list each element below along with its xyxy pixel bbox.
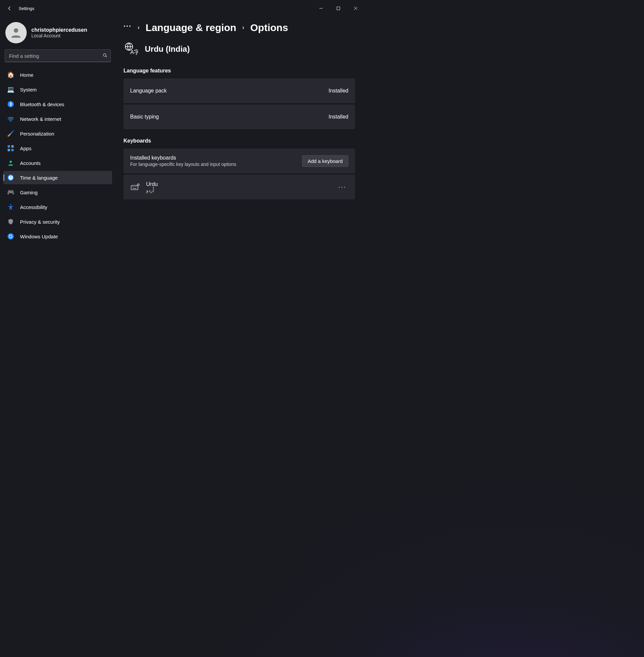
installed-keyboards-title: Installed keyboards bbox=[130, 155, 236, 161]
privacy-icon bbox=[7, 218, 15, 226]
apps-icon bbox=[7, 144, 15, 152]
basic-typing-row[interactable]: Basic typing Installed bbox=[123, 105, 355, 129]
sidebar-item-label: Accounts bbox=[20, 160, 41, 166]
svg-rect-1 bbox=[337, 7, 340, 10]
svg-rect-20 bbox=[131, 185, 138, 190]
svg-point-13 bbox=[10, 160, 12, 163]
sidebar-item-label: Accessibility bbox=[20, 204, 47, 210]
language-pack-row[interactable]: Language pack Installed bbox=[123, 79, 355, 103]
sidebar: christophpiercedusen Local Account 🏠 Hom… bbox=[0, 17, 115, 372]
section-title: Language features bbox=[123, 68, 355, 74]
sidebar-item-privacy[interactable]: Privacy & security bbox=[3, 215, 112, 228]
title-bar: Settings bbox=[0, 0, 364, 17]
svg-rect-9 bbox=[8, 145, 10, 148]
sidebar-item-label: System bbox=[20, 87, 37, 92]
time-language-icon bbox=[7, 174, 15, 182]
language-features-section: Language features Language pack Installe… bbox=[123, 68, 355, 129]
language-globe-icon: A字 bbox=[123, 42, 138, 57]
sidebar-item-label: Home bbox=[20, 72, 33, 78]
sidebar-item-update[interactable]: Windows Update bbox=[3, 230, 112, 243]
accounts-icon bbox=[7, 159, 15, 167]
home-icon: 🏠 bbox=[7, 71, 15, 79]
main-content: ··· › Language & region › Options A字 Urd… bbox=[115, 17, 364, 372]
svg-rect-12 bbox=[12, 149, 14, 151]
breadcrumb-parent[interactable]: Language & region bbox=[145, 22, 236, 33]
sidebar-item-bluetooth[interactable]: Bluetooth & devices bbox=[3, 97, 112, 111]
app-title: Settings bbox=[19, 6, 34, 11]
keyboard-row[interactable]: Urdu اُردو ··· bbox=[123, 175, 355, 199]
sidebar-item-label: Gaming bbox=[20, 190, 38, 195]
svg-point-5 bbox=[104, 53, 106, 56]
network-icon bbox=[7, 115, 15, 123]
sidebar-item-accounts[interactable]: Accounts bbox=[3, 156, 112, 170]
svg-rect-10 bbox=[12, 145, 14, 148]
svg-point-4 bbox=[14, 28, 18, 33]
minimize-button[interactable] bbox=[312, 2, 330, 14]
avatar bbox=[5, 22, 27, 43]
installed-keyboards-row: Installed keyboards For language-specifi… bbox=[123, 149, 355, 173]
keyboard-more-button[interactable]: ··· bbox=[336, 182, 348, 192]
profile-sub: Local Account bbox=[31, 33, 87, 38]
keyboard-name: Urdu bbox=[146, 181, 158, 187]
svg-point-16 bbox=[10, 204, 11, 205]
breadcrumb: ··· › Language & region › Options bbox=[123, 22, 355, 33]
sidebar-item-label: Windows Update bbox=[20, 234, 58, 239]
search-box[interactable] bbox=[5, 49, 111, 62]
svg-point-17 bbox=[8, 233, 14, 239]
keyboard-native-name: اُردو bbox=[146, 188, 158, 193]
section-title: Keyboards bbox=[123, 138, 355, 144]
sidebar-item-label: Time & language bbox=[20, 175, 58, 181]
search-icon bbox=[102, 53, 108, 59]
add-keyboard-button[interactable]: Add a keyboard bbox=[302, 155, 348, 167]
personalization-icon: 🖌️ bbox=[7, 130, 15, 137]
chevron-right-icon: › bbox=[242, 24, 244, 31]
sidebar-item-label: Privacy & security bbox=[20, 219, 60, 225]
svg-point-26 bbox=[137, 184, 139, 186]
language-header: A字 Urdu (India) bbox=[123, 42, 355, 57]
svg-line-6 bbox=[106, 56, 107, 57]
bluetooth-icon bbox=[7, 100, 15, 108]
sidebar-item-system[interactable]: 💻 System bbox=[3, 83, 112, 96]
sidebar-item-label: Personalization bbox=[20, 131, 54, 136]
svg-rect-11 bbox=[8, 149, 10, 151]
breadcrumb-overflow-button[interactable]: ··· bbox=[123, 22, 132, 32]
system-icon: 💻 bbox=[7, 85, 15, 93]
keyboard-icon bbox=[130, 183, 140, 191]
sidebar-item-apps[interactable]: Apps bbox=[3, 141, 112, 155]
window-controls bbox=[312, 2, 364, 14]
feature-status: Installed bbox=[328, 88, 348, 94]
back-button[interactable] bbox=[4, 3, 15, 14]
profile-name: christophpiercedusen bbox=[31, 27, 87, 33]
sidebar-item-label: Bluetooth & devices bbox=[20, 102, 64, 107]
feature-label: Language pack bbox=[130, 88, 166, 94]
feature-status: Installed bbox=[328, 114, 348, 120]
keyboards-section: Keyboards Installed keyboards For langua… bbox=[123, 138, 355, 199]
sidebar-item-network[interactable]: Network & internet bbox=[3, 112, 112, 126]
sidebar-item-personalization[interactable]: 🖌️ Personalization bbox=[3, 127, 112, 140]
sidebar-item-home[interactable]: 🏠 Home bbox=[3, 68, 112, 82]
sidebar-item-time-language[interactable]: Time & language bbox=[3, 171, 112, 184]
feature-label: Basic typing bbox=[130, 114, 159, 120]
chevron-right-icon: › bbox=[137, 24, 139, 31]
sidebar-nav: 🏠 Home 💻 System Bluetooth & devices Netw… bbox=[3, 68, 112, 243]
gaming-icon: 🎮 bbox=[7, 188, 15, 196]
sidebar-item-gaming[interactable]: 🎮 Gaming bbox=[3, 185, 112, 199]
language-title: Urdu (India) bbox=[145, 44, 190, 54]
close-button[interactable] bbox=[347, 2, 364, 14]
maximize-button[interactable] bbox=[330, 2, 347, 14]
installed-keyboards-sub: For language-specific key layouts and in… bbox=[130, 161, 236, 167]
accessibility-icon bbox=[7, 203, 15, 211]
sidebar-item-accessibility[interactable]: Accessibility bbox=[3, 200, 112, 214]
sidebar-item-label: Apps bbox=[20, 146, 31, 151]
breadcrumb-current: Options bbox=[250, 22, 288, 33]
profile-block[interactable]: christophpiercedusen Local Account bbox=[3, 20, 112, 49]
svg-text:A字: A字 bbox=[130, 49, 138, 55]
svg-point-8 bbox=[10, 121, 12, 122]
search-input[interactable] bbox=[8, 53, 102, 59]
sidebar-item-label: Network & internet bbox=[20, 116, 61, 122]
update-icon bbox=[7, 232, 15, 240]
